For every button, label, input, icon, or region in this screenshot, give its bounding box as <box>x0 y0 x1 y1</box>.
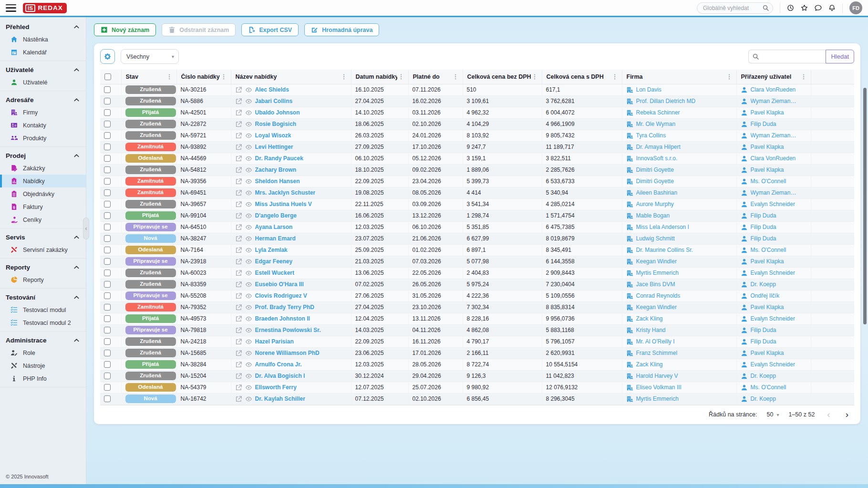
messages-chat-icon[interactable] <box>815 4 822 11</box>
preview-eye-icon[interactable] <box>245 86 252 93</box>
open-external-link-icon[interactable] <box>235 350 242 357</box>
assigned-user-link[interactable]: Dr. Koepp <box>751 281 776 288</box>
column-header-celkova-cena-s-dph[interactable]: Celková cena s DPH⋮ <box>542 70 622 84</box>
company-link[interactable]: Keegan Windler <box>636 258 677 265</box>
sidebar-item-firmy[interactable]: Firmy <box>0 106 86 119</box>
open-external-link-icon[interactable] <box>235 201 242 208</box>
company-link[interactable]: Kristy Hand <box>636 327 666 333</box>
row-checkbox[interactable] <box>104 327 111 333</box>
table-search-input[interactable] <box>748 50 826 63</box>
row-checkbox[interactable] <box>104 224 111 230</box>
assigned-user-link[interactable]: Pavel Klapka <box>751 166 784 173</box>
company-link[interactable]: Keegan Windler <box>636 304 677 311</box>
row-checkbox[interactable] <box>104 109 111 116</box>
preview-eye-icon[interactable] <box>245 258 252 265</box>
assigned-user-link[interactable]: Pavel Klapka <box>751 304 784 311</box>
offer-name-link[interactable]: Clovis Rodriguez V <box>255 292 307 299</box>
assigned-user-link[interactable]: Evalyn Schneider <box>751 315 795 322</box>
assigned-user-link[interactable]: Wyman Zieman… <box>751 98 796 104</box>
section-title-uzivatele[interactable]: Uživatelé <box>0 62 86 76</box>
sidebar-item-testovaci-modul-2[interactable]: Testovací modul 2 <box>0 316 86 329</box>
column-menu-icon[interactable]: ⋮ <box>725 73 734 80</box>
sidebar-item-zakazky[interactable]: Zakázky <box>0 162 86 175</box>
row-checkbox[interactable] <box>104 212 111 219</box>
column-menu-icon[interactable]: ⋮ <box>611 73 619 80</box>
section-title-prodej[interactable]: Prodej <box>0 148 86 162</box>
delete-record-button[interactable]: Odstranit záznam <box>162 23 236 36</box>
row-checkbox[interactable] <box>104 395 111 402</box>
offer-name-link[interactable]: Eusebio O'Hara III <box>255 281 304 288</box>
row-checkbox[interactable] <box>104 361 111 368</box>
preview-eye-icon[interactable] <box>245 338 252 345</box>
open-external-link-icon[interactable] <box>235 315 242 322</box>
offer-name-link[interactable]: Levi Hettinger <box>255 144 293 150</box>
company-link[interactable]: Conrad Reynolds <box>636 292 681 299</box>
offer-name-link[interactable]: Hazel Parisian <box>255 338 294 345</box>
sidebar-item-kontakty[interactable]: Kontakty <box>0 119 86 132</box>
next-page-button[interactable]: › <box>843 409 851 420</box>
assigned-user-link[interactable]: Ms. O'Connell <box>751 247 786 253</box>
assigned-user-link[interactable]: Filip Duda <box>751 224 776 230</box>
company-link[interactable]: Dr. Maurine Collins Sr. <box>636 247 693 253</box>
search-button[interactable]: Hledat <box>826 50 854 63</box>
column-menu-icon[interactable]: ⋮ <box>397 73 405 80</box>
assigned-user-link[interactable]: Ondřej Ilčík <box>751 292 780 299</box>
section-title-testovani[interactable]: Testování <box>0 290 86 303</box>
section-title-prehled[interactable]: Přehled <box>0 19 86 33</box>
section-title-servis[interactable]: Servis <box>0 229 86 243</box>
company-link[interactable]: Ludwig Schmitt <box>636 235 675 242</box>
table-settings-button[interactable] <box>100 49 115 64</box>
offer-name-link[interactable]: Edgar Feeney <box>255 258 293 265</box>
row-checkbox[interactable] <box>104 86 111 93</box>
open-external-link-icon[interactable] <box>235 361 242 368</box>
filter-preset-select[interactable]: Všechny ▾ <box>121 49 179 64</box>
offer-name-link[interactable]: Rosie Bogisich <box>255 121 297 127</box>
assigned-user-link[interactable]: Clara VonRueden <box>751 155 796 162</box>
global-search-input[interactable] <box>697 2 773 14</box>
row-checkbox[interactable] <box>104 338 111 345</box>
sidebar-item-nabidky[interactable]: Nabídky <box>0 175 86 187</box>
sidebar-item-nastroje[interactable]: Nástroje <box>0 359 86 372</box>
company-link[interactable]: Lon Davis <box>636 86 661 93</box>
row-checkbox[interactable] <box>104 247 111 253</box>
offer-name-link[interactable]: Prof. Brady Terry PhD <box>255 304 314 311</box>
open-external-link-icon[interactable] <box>235 178 242 185</box>
preview-eye-icon[interactable] <box>245 201 252 208</box>
company-link[interactable]: Dimitri Goyette <box>636 166 674 173</box>
company-link[interactable]: Tyra Collins <box>636 132 666 139</box>
row-checkbox[interactable] <box>104 258 111 265</box>
column-header-nazev-nabidky[interactable]: Název nabídky⋮ <box>231 70 351 84</box>
preview-eye-icon[interactable] <box>245 235 252 242</box>
preview-eye-icon[interactable] <box>245 384 252 391</box>
row-checkbox[interactable] <box>104 235 111 242</box>
assigned-user-link[interactable]: Pavel Klapka <box>751 109 784 116</box>
company-link[interactable]: Franz Schimmel <box>636 350 678 356</box>
assigned-user-link[interactable]: Pavel Klapka <box>751 350 784 356</box>
preview-eye-icon[interactable] <box>245 361 252 368</box>
row-checkbox[interactable] <box>104 178 111 185</box>
open-external-link-icon[interactable] <box>235 292 242 300</box>
sidebar-item-role[interactable]: Role <box>0 346 86 359</box>
offer-name-link[interactable]: Norene Williamson PhD <box>255 350 320 356</box>
company-link[interactable]: Myrtis Emmerich <box>636 270 679 276</box>
column-header-platne-do[interactable]: Platné do⋮ <box>408 70 463 84</box>
row-checkbox[interactable] <box>104 270 111 276</box>
assigned-user-link[interactable]: Filip Duda <box>751 327 776 333</box>
offer-name-link[interactable]: Jabari Collins <box>255 98 293 104</box>
preview-eye-icon[interactable] <box>245 155 252 162</box>
preview-eye-icon[interactable] <box>245 350 252 357</box>
preview-eye-icon[interactable] <box>245 304 252 311</box>
assigned-user-link[interactable]: Ms. O'Connell <box>751 384 786 391</box>
offer-name-link[interactable]: Dr. Alva Bogisich I <box>255 373 305 379</box>
section-title-administrace[interactable]: Administrace <box>0 332 86 346</box>
favorites-star-icon[interactable] <box>801 4 808 11</box>
sidebar-item-objednavky[interactable]: Objednávky <box>0 187 86 200</box>
sidebar-item-php-info[interactable]: PHP Info <box>0 372 86 385</box>
preview-eye-icon[interactable] <box>245 98 252 105</box>
column-header-stav[interactable]: Stav⋮ <box>121 70 176 84</box>
sidebar-collapse-handle[interactable]: ‹ <box>83 218 89 239</box>
open-external-link-icon[interactable] <box>235 121 242 128</box>
column-menu-icon[interactable]: ⋮ <box>340 73 348 80</box>
company-link[interactable]: Mr. Al O'Reilly I <box>636 338 675 345</box>
sidebar-item-reporty[interactable]: Reporty <box>0 273 86 286</box>
